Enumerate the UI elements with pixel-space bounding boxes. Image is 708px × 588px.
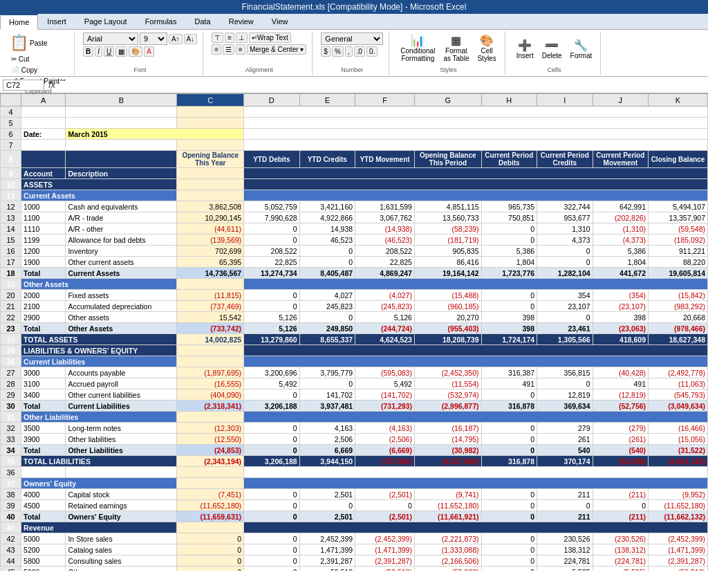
cell-A16[interactable]: 1200 [21,246,66,257]
cell-D22[interactable]: 5,126 [244,312,300,323]
cell-C13[interactable]: 10,290,145 [177,212,244,223]
cell-H22[interactable]: 398 [481,312,537,323]
cell-I18[interactable]: 1,282,104 [537,268,593,279]
cell-D28[interactable]: 5,492 [244,378,300,389]
cell-I39[interactable]: 0 [537,500,593,511]
cell-D21[interactable]: 0 [244,301,300,312]
cell-C26[interactable] [177,356,244,367]
cell-C12[interactable]: 3,862,508 [177,201,244,212]
cell-G24[interactable]: 18,208,739 [414,334,481,345]
cell-C31[interactable] [177,412,244,423]
table-row[interactable]: 16 1200 Inventory 702,699 208,522 0 208,… [1,246,708,257]
cell-B28[interactable]: Accrued payroll [66,378,177,389]
cell-C42[interactable]: 0 [177,533,244,544]
cell-B16[interactable]: Inventory [66,246,177,257]
cell-C37[interactable] [177,478,244,489]
cell-A45[interactable]: 5900 [21,567,66,571]
cell-rest5[interactable] [244,118,708,129]
cell-A4[interactable] [21,107,66,118]
cell-D33[interactable]: 0 [244,434,300,445]
cell-K42[interactable]: (2,452,399) [649,533,708,544]
cell-B39[interactable]: Retained earnings [66,500,177,511]
cell-D32[interactable]: 0 [244,423,300,434]
cell-I29[interactable]: 12,819 [537,389,593,401]
cell-C15[interactable]: (139,569) [177,235,244,246]
cell-B22[interactable]: Other assets [66,312,177,323]
cell-I34[interactable]: 540 [537,445,593,456]
formula-input[interactable] [59,81,705,89]
cell-C27[interactable]: (1,897,695) [177,367,244,378]
cell-C28[interactable]: (16,555) [177,378,244,389]
cell-total-assets[interactable]: TOTAL ASSETS [21,334,177,345]
cell-I35[interactable]: 370,174 [537,456,593,467]
cell-I12[interactable]: 322,744 [537,201,593,212]
tab-data[interactable]: Data [185,14,219,29]
cell-J29[interactable]: (12,819) [593,389,649,401]
cell-K39[interactable]: (11,652,180) [649,500,708,511]
cell-E40[interactable]: 2,501 [299,511,355,522]
cell-H13[interactable]: 750,851 [481,212,537,223]
cell-E21[interactable]: 245,823 [299,301,355,312]
cell-I33[interactable]: 261 [537,434,593,445]
underline-button[interactable]: U [104,46,114,57]
cell-H28[interactable]: 491 [481,378,537,389]
cell-A34[interactable]: Total [21,445,66,456]
cell-F45[interactable]: (59,518) [355,567,415,571]
cell-F43[interactable]: (1,471,399) [355,544,415,555]
cell-B43[interactable]: Catalog sales [66,544,177,555]
cell-E24[interactable]: 8,655,337 [299,334,355,345]
cell-C32[interactable]: (12,303) [177,423,244,434]
cell-C24[interactable]: 14,002,825 [177,334,244,345]
cell-C38[interactable]: (7,451) [177,489,244,500]
cell-G30[interactable]: (2,996,877) [414,401,481,412]
cell-I23[interactable]: 23,461 [537,323,593,334]
cell-rest41[interactable] [244,522,708,533]
cell-F33[interactable]: (2,506) [355,434,415,445]
cell-A28[interactable]: 3100 [21,378,66,389]
cell-E20[interactable]: 4,027 [299,290,355,301]
cell-C34[interactable]: (24,853) [177,445,244,456]
cell-E29[interactable]: 141,702 [299,389,355,401]
font-color-button[interactable]: A [144,46,154,57]
cell-C23[interactable]: (733,742) [177,323,244,334]
cell-A9[interactable]: Account [21,168,66,179]
cell-J15[interactable]: (4,373) [593,235,649,246]
cell-H20[interactable]: 0 [481,290,537,301]
cell-K45[interactable]: (59,518) [649,567,708,571]
cell-E34[interactable]: 6,669 [299,445,355,456]
cell-H15[interactable]: 0 [481,235,537,246]
cell-I30[interactable]: 369,634 [537,401,593,412]
cell-B36[interactable] [66,467,177,478]
cell-K12[interactable]: 5,494,107 [649,201,708,212]
cell-B8[interactable] [66,151,177,168]
cell-rest7[interactable] [244,140,708,151]
cell-K40[interactable]: (11,662,132) [649,511,708,522]
cell-D13[interactable]: 7,990,628 [244,212,300,223]
cell-G35[interactable]: (3,027,860) [414,456,481,467]
cell-F8[interactable]: YTD Movement [355,151,415,168]
cell-current-assets[interactable]: Current Assets [21,190,177,201]
cell-A14[interactable]: 1110 [21,223,66,235]
cell-C25[interactable] [177,345,244,356]
table-row[interactable]: 27 3000 Accounts payable (1,897,695) 3,2… [1,367,708,378]
decrease-decimal-button[interactable]: 0. [366,46,378,57]
cell-E17[interactable]: 0 [299,257,355,268]
cell-I28[interactable]: 0 [537,378,593,389]
cell-E16[interactable]: 0 [299,246,355,257]
cell-A29[interactable]: 3400 [21,389,66,401]
cell-E44[interactable]: 2,391,287 [299,555,355,567]
cell-J21[interactable]: (23,107) [593,301,649,312]
paste-button[interactable]: 📋Paste [8,33,68,53]
cell-G22[interactable]: 20,270 [414,312,481,323]
cell-A44[interactable]: 5800 [21,555,66,567]
cell-J40[interactable]: (211) [593,511,649,522]
cell-D17[interactable]: 22,825 [244,257,300,268]
cell-G18[interactable]: 19,164,142 [414,268,481,279]
cell-B18[interactable]: Current Assets [66,268,177,279]
table-row[interactable]: 12 1000 Cash and equivalents 3,862,508 5… [1,201,708,212]
cell-B4[interactable] [66,107,177,118]
cell-J13[interactable]: (202,826) [593,212,649,223]
cell-A32[interactable]: 3500 [21,423,66,434]
cell-date[interactable]: March 2015 [66,129,244,140]
cell-J17[interactable]: 1,804 [593,257,649,268]
